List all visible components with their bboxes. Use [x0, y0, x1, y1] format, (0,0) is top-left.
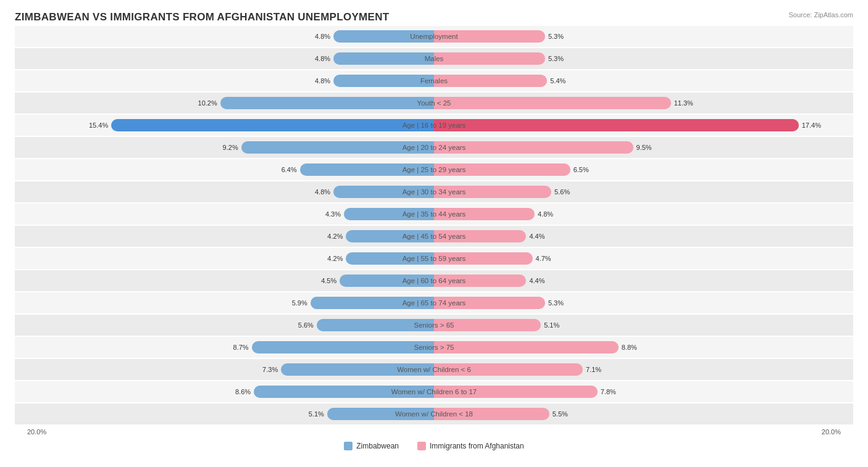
bar-value-right: 5.1%	[541, 321, 559, 329]
bar-value-right: 5.5%	[549, 410, 568, 418]
bar-value-left: 7.3%	[262, 366, 281, 373]
bar-value-left: 8.7%	[233, 344, 252, 351]
bar-value-right: 4.4%	[526, 277, 545, 284]
bar-value-left: 5.6%	[298, 321, 317, 329]
chart-row: 5.6%5.1%Seniors > 65	[15, 315, 853, 336]
bar-value-left: 4.2%	[327, 255, 346, 262]
bar-value-right: 4.7%	[533, 255, 551, 262]
axis-right-label: 20.0%	[434, 428, 853, 436]
chart-row: 4.2%4.4%Age | 45 to 54 years	[15, 226, 853, 247]
legend-label-zimbabwean: Zimbabwean	[356, 442, 399, 450]
bar-value-left: 9.2%	[223, 144, 241, 151]
chart-row: 6.4%6.5%Age | 25 to 29 years	[15, 159, 853, 180]
bar-value-left: 4.2%	[327, 233, 346, 240]
axis-left-label: 20.0%	[15, 428, 434, 436]
chart-area: 4.8%5.3%Unemployment4.8%5.3%Males4.8%5.4…	[15, 26, 853, 424]
bar-value-left: 4.8%	[315, 188, 333, 196]
bar-value-right: 8.8%	[619, 344, 637, 351]
bar-value-left: 15.4%	[89, 122, 111, 129]
chart-row: 4.8%5.3%Unemployment	[15, 26, 853, 47]
chart-container: ZIMBABWEAN VS IMMIGRANTS FROM AFGHANISTA…	[0, 0, 868, 463]
bar-value-right: 7.1%	[583, 366, 601, 373]
bar-value-right: 9.5%	[633, 144, 652, 151]
chart-row: 7.3%7.1%Women w/ Children < 6	[15, 359, 853, 380]
chart-row: 9.2%9.5%Age | 20 to 24 years	[15, 137, 853, 158]
bar-value-left: 4.8%	[315, 77, 333, 85]
bar-value-right: 4.4%	[526, 233, 545, 240]
bar-value-right: 6.5%	[570, 166, 589, 173]
bar-value-left: 4.3%	[325, 210, 344, 218]
legend-swatch-zimbabwean	[344, 442, 353, 450]
chart-row: 8.6%7.8%Women w/ Children 6 to 17	[15, 381, 853, 402]
bar-value-left: 4.8%	[315, 55, 333, 62]
chart-row: 15.4%17.4%Age | 16 to 19 years	[15, 115, 853, 136]
chart-row: 8.7%8.8%Seniors > 75	[15, 337, 853, 358]
chart-row: 10.2%11.3%Youth < 25	[15, 93, 853, 114]
chart-row: 5.1%5.5%Women w/ Children < 18	[15, 403, 853, 424]
bar-value-left: 4.5%	[321, 277, 340, 284]
bar-value-left: 5.1%	[309, 410, 327, 418]
source-text: Source: ZipAtlas.com	[788, 11, 853, 19]
legend-label-afghanistan: Immigrants from Afghanistan	[430, 442, 524, 450]
bar-value-right: 11.3%	[671, 99, 693, 107]
chart-row: 5.9%5.3%Age | 65 to 74 years	[15, 292, 853, 313]
chart-title: ZIMBABWEAN VS IMMIGRANTS FROM AFGHANISTA…	[15, 11, 389, 23]
bar-value-right: 5.4%	[547, 77, 565, 85]
chart-row: 4.8%5.4%Females	[15, 70, 853, 91]
bar-value-left: 6.4%	[282, 166, 300, 173]
bar-value-right: 7.8%	[598, 388, 616, 395]
bar-value-right: 5.3%	[545, 33, 564, 40]
chart-row: 4.8%5.3%Males	[15, 48, 853, 69]
chart-row: 4.8%5.6%Age | 30 to 34 years	[15, 181, 853, 202]
chart-row: 4.2%4.7%Age | 55 to 59 years	[15, 248, 853, 269]
bar-value-right: 17.4%	[799, 122, 821, 129]
bar-value-left: 10.2%	[198, 99, 220, 107]
chart-row: 4.5%4.4%Age | 60 to 64 years	[15, 270, 853, 291]
axis-row: 20.0% 20.0%	[15, 428, 853, 436]
bar-value-left: 5.9%	[292, 299, 311, 307]
bar-value-right: 5.3%	[545, 299, 564, 307]
bar-value-left: 4.8%	[315, 33, 333, 40]
legend-item-afghanistan: Immigrants from Afghanistan	[417, 442, 524, 450]
bar-value-right: 5.6%	[551, 188, 570, 196]
bar-value-right: 4.8%	[535, 210, 553, 218]
legend-item-zimbabwean: Zimbabwean	[344, 442, 399, 450]
bar-value-right: 5.3%	[545, 55, 564, 62]
legend: Zimbabwean Immigrants from Afghanistan	[15, 442, 853, 450]
bar-value-left: 8.6%	[235, 388, 254, 395]
legend-swatch-afghanistan	[417, 442, 426, 450]
chart-row: 4.3%4.8%Age | 35 to 44 years	[15, 204, 853, 225]
